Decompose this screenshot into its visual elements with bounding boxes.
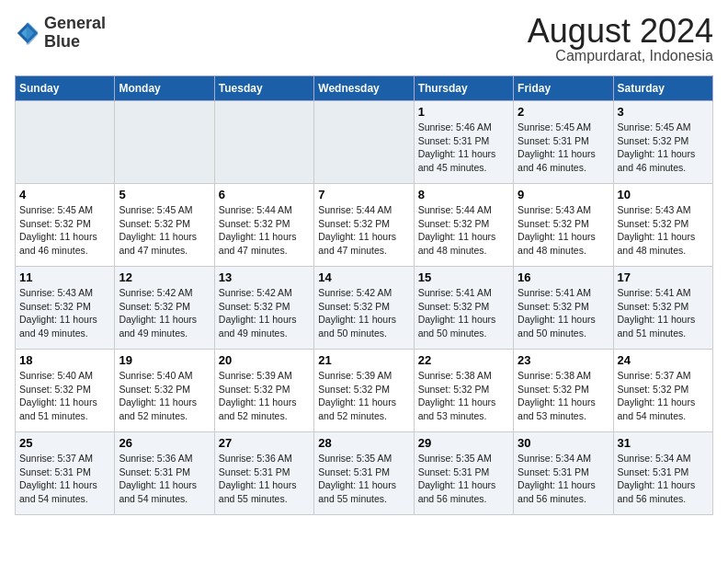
- calendar-cell: [314, 101, 414, 184]
- title-block: August 2024 Campurdarat, Indonesia: [528, 15, 713, 64]
- calendar-cell: 6Sunrise: 5:44 AM Sunset: 5:32 PM Daylig…: [214, 184, 313, 267]
- calendar-table: SundayMondayTuesdayWednesdayThursdayFrid…: [15, 75, 713, 515]
- day-info: Sunrise: 5:38 AM Sunset: 5:32 PM Dayligh…: [518, 369, 609, 423]
- day-info: Sunrise: 5:45 AM Sunset: 5:32 PM Dayligh…: [618, 121, 709, 175]
- calendar-cell: 4Sunrise: 5:45 AM Sunset: 5:32 PM Daylig…: [16, 184, 115, 267]
- day-info: Sunrise: 5:37 AM Sunset: 5:31 PM Dayligh…: [19, 452, 110, 506]
- day-number: 17: [618, 270, 709, 284]
- day-info: Sunrise: 5:45 AM Sunset: 5:31 PM Dayligh…: [518, 121, 609, 175]
- day-number: 3: [618, 105, 709, 119]
- calendar-cell: 13Sunrise: 5:42 AM Sunset: 5:32 PM Dayli…: [214, 267, 313, 350]
- svg-marker-2: [27, 23, 39, 45]
- day-info: Sunrise: 5:35 AM Sunset: 5:31 PM Dayligh…: [318, 452, 409, 506]
- day-info: Sunrise: 5:40 AM Sunset: 5:32 PM Dayligh…: [19, 369, 110, 423]
- col-header-thursday: Thursday: [414, 76, 513, 101]
- calendar-cell: 10Sunrise: 5:43 AM Sunset: 5:32 PM Dayli…: [613, 184, 712, 267]
- day-info: Sunrise: 5:41 AM Sunset: 5:32 PM Dayligh…: [518, 286, 609, 340]
- calendar-cell: 1Sunrise: 5:46 AM Sunset: 5:31 PM Daylig…: [414, 101, 513, 184]
- calendar-cell: 3Sunrise: 5:45 AM Sunset: 5:32 PM Daylig…: [613, 101, 712, 184]
- day-info: Sunrise: 5:45 AM Sunset: 5:32 PM Dayligh…: [19, 203, 110, 258]
- day-info: Sunrise: 5:44 AM Sunset: 5:32 PM Dayligh…: [418, 203, 509, 258]
- day-info: Sunrise: 5:34 AM Sunset: 5:31 PM Dayligh…: [618, 452, 709, 506]
- week-row-2: 4Sunrise: 5:45 AM Sunset: 5:32 PM Daylig…: [16, 184, 713, 267]
- day-number: 24: [618, 353, 709, 367]
- col-header-sunday: Sunday: [16, 76, 115, 101]
- day-number: 30: [518, 436, 609, 450]
- calendar-cell: 19Sunrise: 5:40 AM Sunset: 5:32 PM Dayli…: [115, 350, 214, 432]
- calendar-cell: 31Sunrise: 5:34 AM Sunset: 5:31 PM Dayli…: [613, 432, 712, 515]
- day-info: Sunrise: 5:44 AM Sunset: 5:32 PM Dayligh…: [219, 203, 310, 258]
- day-number: 28: [318, 436, 409, 450]
- day-info: Sunrise: 5:38 AM Sunset: 5:32 PM Dayligh…: [418, 369, 509, 423]
- calendar-cell: 18Sunrise: 5:40 AM Sunset: 5:32 PM Dayli…: [16, 350, 115, 432]
- day-number: 16: [518, 270, 609, 284]
- day-number: 20: [219, 353, 310, 367]
- week-row-3: 11Sunrise: 5:43 AM Sunset: 5:32 PM Dayli…: [16, 267, 713, 350]
- week-row-4: 18Sunrise: 5:40 AM Sunset: 5:32 PM Dayli…: [16, 350, 713, 432]
- calendar-cell: 5Sunrise: 5:45 AM Sunset: 5:32 PM Daylig…: [115, 184, 214, 267]
- col-header-saturday: Saturday: [613, 76, 712, 101]
- day-info: Sunrise: 5:44 AM Sunset: 5:32 PM Dayligh…: [318, 203, 409, 258]
- calendar-cell: 15Sunrise: 5:41 AM Sunset: 5:32 PM Dayli…: [414, 267, 513, 350]
- day-number: 1: [418, 105, 509, 119]
- logo-line1: General: [44, 15, 106, 33]
- day-number: 6: [219, 188, 310, 201]
- col-header-tuesday: Tuesday: [214, 76, 313, 101]
- day-info: Sunrise: 5:43 AM Sunset: 5:32 PM Dayligh…: [19, 286, 110, 340]
- subtitle: Campurdarat, Indonesia: [528, 48, 713, 64]
- day-info: Sunrise: 5:42 AM Sunset: 5:32 PM Dayligh…: [119, 286, 210, 340]
- calendar-cell: 17Sunrise: 5:41 AM Sunset: 5:32 PM Dayli…: [613, 267, 712, 350]
- day-info: Sunrise: 5:36 AM Sunset: 5:31 PM Dayligh…: [219, 452, 310, 506]
- day-number: 10: [618, 188, 709, 201]
- day-number: 13: [219, 270, 310, 284]
- calendar-cell: 29Sunrise: 5:35 AM Sunset: 5:31 PM Dayli…: [414, 432, 513, 515]
- day-number: 27: [219, 436, 310, 450]
- calendar-cell: 14Sunrise: 5:42 AM Sunset: 5:32 PM Dayli…: [314, 267, 414, 350]
- day-info: Sunrise: 5:43 AM Sunset: 5:32 PM Dayligh…: [518, 203, 609, 258]
- week-row-1: 1Sunrise: 5:46 AM Sunset: 5:31 PM Daylig…: [16, 101, 713, 184]
- day-number: 4: [19, 188, 110, 201]
- day-number: 14: [318, 270, 409, 284]
- calendar-cell: [16, 101, 115, 184]
- calendar-cell: 25Sunrise: 5:37 AM Sunset: 5:31 PM Dayli…: [16, 432, 115, 515]
- day-info: Sunrise: 5:35 AM Sunset: 5:31 PM Dayligh…: [418, 452, 509, 506]
- day-number: 19: [119, 353, 210, 367]
- calendar-cell: 28Sunrise: 5:35 AM Sunset: 5:31 PM Dayli…: [314, 432, 414, 515]
- week-row-5: 25Sunrise: 5:37 AM Sunset: 5:31 PM Dayli…: [16, 432, 713, 515]
- day-number: 23: [518, 353, 609, 367]
- calendar-cell: 16Sunrise: 5:41 AM Sunset: 5:32 PM Dayli…: [514, 267, 613, 350]
- calendar-cell: 24Sunrise: 5:37 AM Sunset: 5:32 PM Dayli…: [613, 350, 712, 432]
- calendar-cell: 23Sunrise: 5:38 AM Sunset: 5:32 PM Dayli…: [514, 350, 613, 432]
- day-info: Sunrise: 5:41 AM Sunset: 5:32 PM Dayligh…: [418, 286, 509, 340]
- col-header-wednesday: Wednesday: [314, 76, 414, 101]
- calendar-cell: 2Sunrise: 5:45 AM Sunset: 5:31 PM Daylig…: [514, 101, 613, 184]
- day-number: 11: [19, 270, 110, 284]
- day-info: Sunrise: 5:36 AM Sunset: 5:31 PM Dayligh…: [119, 452, 210, 506]
- day-number: 18: [19, 353, 110, 367]
- day-info: Sunrise: 5:39 AM Sunset: 5:32 PM Dayligh…: [219, 369, 310, 423]
- day-info: Sunrise: 5:37 AM Sunset: 5:32 PM Dayligh…: [618, 369, 709, 423]
- calendar-cell: 21Sunrise: 5:39 AM Sunset: 5:32 PM Dayli…: [314, 350, 414, 432]
- calendar-cell: 22Sunrise: 5:38 AM Sunset: 5:32 PM Dayli…: [414, 350, 513, 432]
- day-number: 7: [318, 188, 409, 201]
- calendar-cell: 27Sunrise: 5:36 AM Sunset: 5:31 PM Dayli…: [214, 432, 313, 515]
- day-number: 9: [518, 188, 609, 201]
- calendar-cell: 9Sunrise: 5:43 AM Sunset: 5:32 PM Daylig…: [514, 184, 613, 267]
- calendar-cell: 12Sunrise: 5:42 AM Sunset: 5:32 PM Dayli…: [115, 267, 214, 350]
- calendar-cell: [214, 101, 313, 184]
- calendar-cell: 7Sunrise: 5:44 AM Sunset: 5:32 PM Daylig…: [314, 184, 414, 267]
- day-number: 12: [119, 270, 210, 284]
- day-number: 2: [518, 105, 609, 119]
- day-info: Sunrise: 5:39 AM Sunset: 5:32 PM Dayligh…: [318, 369, 409, 423]
- day-number: 26: [119, 436, 210, 450]
- day-info: Sunrise: 5:40 AM Sunset: 5:32 PM Dayligh…: [119, 369, 210, 423]
- day-info: Sunrise: 5:42 AM Sunset: 5:32 PM Dayligh…: [318, 286, 409, 340]
- page-header: General Blue August 2024 Campurdarat, In…: [15, 15, 713, 64]
- calendar-cell: 11Sunrise: 5:43 AM Sunset: 5:32 PM Dayli…: [16, 267, 115, 350]
- logo-line2: Blue: [44, 33, 106, 52]
- day-info: Sunrise: 5:42 AM Sunset: 5:32 PM Dayligh…: [219, 286, 310, 340]
- col-header-monday: Monday: [115, 76, 214, 101]
- day-number: 15: [418, 270, 509, 284]
- day-number: 25: [19, 436, 110, 450]
- calendar-cell: 8Sunrise: 5:44 AM Sunset: 5:32 PM Daylig…: [414, 184, 513, 267]
